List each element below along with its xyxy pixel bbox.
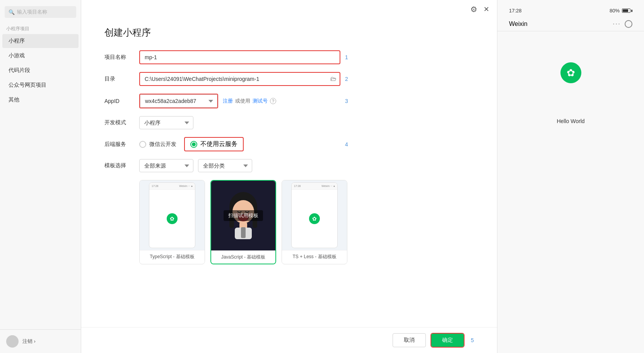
mini-wechat-icon: ✿	[167, 213, 178, 224]
hello-world-text: Hello World	[557, 118, 584, 124]
search-icon: 🔍	[9, 9, 15, 15]
search-input[interactable]: 🔍 输入项目名称	[5, 6, 76, 18]
appid-or-text: 或使用	[235, 98, 250, 105]
wechat-logo: ✿	[560, 62, 581, 83]
backend-number: 4	[345, 141, 348, 147]
sidebar-item-other[interactable]: 其他	[2, 93, 79, 107]
devmode-select[interactable]: 小程序	[139, 116, 193, 129]
project-name-number: 1	[345, 54, 348, 60]
footer-number: 5	[471, 337, 474, 343]
devmode-label: 开发模式	[104, 119, 139, 126]
appid-control: wx4c58a2ca2adeb87 注册 或使用 测试号 ?	[139, 94, 340, 108]
sidebar-section-title: 小程序项目	[0, 22, 81, 34]
svg-rect-10	[241, 227, 246, 238]
appid-label: AppID	[104, 98, 139, 104]
project-name-input[interactable]	[139, 50, 340, 64]
phone-app-controls: ···	[613, 20, 632, 28]
template-category-select[interactable]: 全部分类	[198, 159, 252, 172]
appid-select-wrapper: wx4c58a2ca2adeb87	[139, 94, 218, 108]
template-card-footer-ts-less: TS + Less - 基础模板	[282, 250, 347, 263]
appid-test-link[interactable]: 测试号	[253, 98, 268, 105]
sidebar-bottom: 注销 ›	[0, 329, 81, 353]
radio-dot	[192, 142, 196, 146]
template-label: 模板选择	[104, 162, 139, 169]
main-dialog: ⚙ ✕ 创建小程序 项目名称 1 目录 🗁 2 AppID	[81, 0, 497, 353]
sidebar-item-miniprogram[interactable]: 小程序	[2, 34, 79, 48]
avatar	[6, 335, 19, 348]
folder-icon[interactable]: 🗁	[330, 75, 337, 82]
template-selects: 全部来源 全部分类	[139, 159, 340, 172]
backend-option2-highlighted[interactable]: 不使用云服务	[184, 137, 244, 151]
battery-fill	[623, 9, 628, 12]
sidebar-item-label: 代码片段	[9, 67, 30, 73]
template-card-img-ts-less: 17:28 Weixin ··· ● ✿	[282, 180, 347, 250]
phone-record-icon	[625, 20, 632, 28]
project-name-label: 项目名称	[104, 54, 139, 61]
directory-input[interactable]	[139, 72, 340, 86]
template-card-javascript[interactable]: 扫描试用模板 JavaScript - 基础模板	[210, 180, 276, 264]
dialog-topbar: ⚙ ✕	[81, 0, 497, 19]
devmode-control: 小程序	[139, 116, 340, 129]
appid-number: 3	[345, 98, 348, 104]
mini-phone-body: ✿	[149, 190, 195, 248]
template-row: 模板选择 全部来源 全部分类	[104, 159, 474, 172]
backend-control: 微信云开发 不使用云服务	[139, 137, 340, 151]
phone-app-name: Weixin	[509, 21, 528, 27]
mini-phone-ts-less: 17:28 Weixin ··· ● ✿	[291, 182, 338, 248]
directory-label: 目录	[104, 75, 139, 82]
template-source-select[interactable]: 全部来源	[139, 159, 193, 172]
sidebar-item-codesnippet[interactable]: 代码片段	[2, 63, 79, 77]
search-placeholder: 输入项目名称	[17, 9, 47, 15]
sidebar-item-mpwebpage[interactable]: 公众号网页项目	[2, 78, 79, 92]
appid-links: 注册 或使用 测试号 ?	[223, 98, 276, 105]
mini-phone-typescript: 17:28 Weixin ··· ● ✿	[149, 182, 195, 248]
battery-tip	[631, 10, 632, 12]
backend-option1-radio[interactable]	[139, 141, 146, 148]
sidebar-item-label: 小程序	[9, 38, 25, 44]
backend-option2-radio[interactable]	[190, 141, 197, 148]
battery-icon	[622, 9, 632, 13]
template-card-footer-javascript: JavaScript - 基础模板	[211, 250, 275, 264]
template-card-footer-typescript: TypeScript - 基础模板	[140, 250, 205, 263]
directory-control: 🗁	[139, 72, 340, 86]
appid-select[interactable]: wx4c58a2ca2adeb87	[140, 94, 217, 108]
sidebar-item-label: 小游戏	[9, 52, 25, 58]
template-overlay-label: 扫描试用模板	[224, 210, 263, 221]
dialog-footer: 取消 确定 5	[81, 327, 497, 353]
backend-option1-item[interactable]: 微信云开发	[139, 141, 176, 148]
battery-percent: 80%	[610, 8, 620, 14]
cancel-button[interactable]: 取消	[393, 333, 426, 347]
close-icon[interactable]: ✕	[483, 5, 489, 14]
appid-register-link[interactable]: 注册	[223, 98, 233, 105]
phone-dots-icon: ···	[613, 20, 621, 28]
battery-body	[622, 9, 630, 13]
help-icon[interactable]: ?	[270, 98, 276, 104]
project-name-row: 项目名称 1	[104, 50, 474, 64]
settings-icon[interactable]: ⚙	[470, 5, 477, 14]
phone-status-bar: 17:28 80%	[497, 8, 644, 14]
directory-row: 目录 🗁 2	[104, 72, 474, 86]
logout-button[interactable]: 注销 ›	[22, 338, 36, 345]
directory-number: 2	[345, 76, 348, 82]
backend-option2-label: 不使用云服务	[200, 140, 237, 148]
template-card-typescript[interactable]: 17:28 Weixin ··· ● ✿ TypeScript - 基础模板	[139, 180, 205, 264]
devmode-row: 开发模式 小程序	[104, 116, 474, 129]
sidebar-item-minigame[interactable]: 小游戏	[2, 49, 79, 63]
sidebar-item-label: 公众号网页项目	[9, 82, 46, 88]
dialog-body: 创建小程序 项目名称 1 目录 🗁 2 AppID wx4c58a	[81, 19, 497, 327]
confirm-button[interactable]: 确定	[431, 334, 464, 347]
template-card-img-typescript: 17:28 Weixin ··· ● ✿	[140, 180, 205, 250]
template-card-img-javascript: 扫描试用模板	[211, 181, 275, 250]
backend-label: 后端服务	[104, 141, 139, 148]
template-control: 全部来源 全部分类	[139, 159, 340, 172]
sidebar-item-label: 其他	[9, 96, 19, 103]
mini-phone-body-ts: ✿	[292, 190, 337, 248]
phone-preview-panel: 17:28 80% Weixin ··· ✿ Hello World	[497, 0, 644, 353]
phone-app-bar: Weixin ···	[497, 17, 644, 31]
mini-wechat-icon-ts: ✿	[309, 213, 320, 224]
wechat-logo-icon: ✿	[567, 67, 575, 79]
template-card-ts-less[interactable]: 17:28 Weixin ··· ● ✿ TS + Less - 基础模板	[282, 180, 347, 264]
backend-option1-label: 微信云开发	[149, 141, 176, 148]
confirm-button-wrapper: 确定	[430, 333, 465, 348]
template-cards-wrapper: 17:28 Weixin ··· ● ✿ TypeScript - 基础模板	[104, 180, 474, 264]
